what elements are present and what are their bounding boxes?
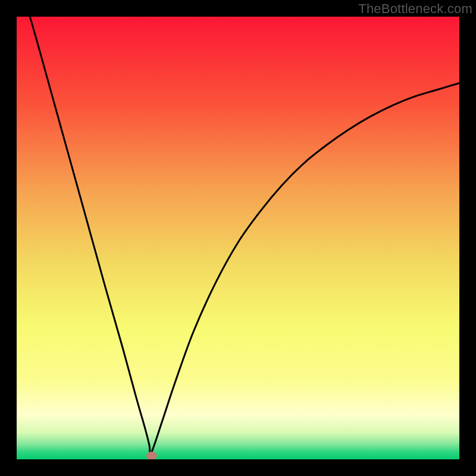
chart-svg bbox=[17, 17, 459, 459]
marker-dot bbox=[146, 452, 157, 459]
bottleneck-curve bbox=[30, 17, 459, 455]
chart-frame: TheBottleneck.com bbox=[0, 0, 476, 476]
watermark-text: TheBottleneck.com bbox=[358, 1, 472, 17]
plot-area bbox=[17, 17, 459, 459]
